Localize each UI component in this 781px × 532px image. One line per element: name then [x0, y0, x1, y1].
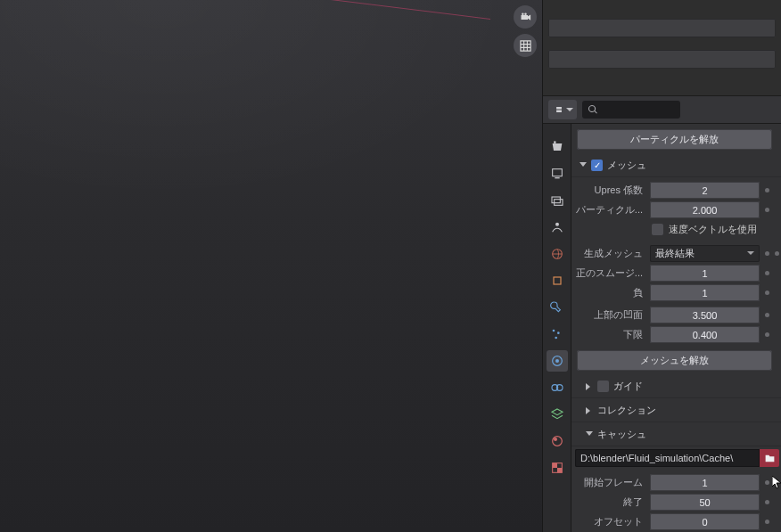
- neg-label: 負: [575, 286, 646, 299]
- tab-texture[interactable]: [547, 457, 568, 479]
- tab-output[interactable]: [547, 163, 568, 184]
- properties-tab-column: [543, 124, 571, 532]
- neg-field[interactable]: 1: [650, 284, 760, 301]
- anim-dot[interactable]: [765, 480, 769, 485]
- start-frame-label: 開始フレーム: [575, 476, 646, 489]
- viewport-horizon-line: [0, 0, 490, 20]
- anim-dot[interactable]: [775, 251, 779, 256]
- svg-point-1: [524, 12, 527, 15]
- tab-scene[interactable]: [547, 217, 568, 238]
- guide-checkbox[interactable]: [597, 381, 609, 392]
- disclosure-open-icon: [580, 162, 587, 169]
- gen-mesh-select[interactable]: 最終結果: [650, 245, 760, 262]
- anim-dot[interactable]: [765, 251, 769, 256]
- anim-dot[interactable]: [765, 500, 769, 504]
- grid-view-button[interactable]: [514, 34, 537, 57]
- svg-rect-20: [552, 463, 556, 468]
- tab-render[interactable]: [547, 136, 568, 158]
- top-concave-field[interactable]: 3.500: [650, 307, 760, 323]
- section-mesh-label: メッシュ: [607, 159, 646, 172]
- pos-smoothing-label: 正のスムージ...: [575, 266, 646, 280]
- velocity-vectors-checkbox[interactable]: [652, 224, 663, 235]
- properties-search-input[interactable]: [582, 101, 680, 119]
- properties-type-select[interactable]: [548, 100, 577, 119]
- disclosure-closed-icon: [586, 407, 593, 414]
- svg-point-12: [555, 337, 557, 340]
- svg-rect-4: [555, 177, 559, 178]
- disclosure-open-icon: [586, 431, 593, 438]
- anim-dot[interactable]: [765, 520, 769, 524]
- velocity-vectors-label: 速度ベクトルを使用: [669, 223, 757, 236]
- camera-view-button[interactable]: [514, 5, 537, 29]
- search-icon: [588, 104, 598, 115]
- chevron-down-icon: [566, 108, 573, 112]
- svg-point-14: [555, 359, 559, 363]
- section-guide-header[interactable]: ガイド: [571, 374, 781, 398]
- tab-world[interactable]: [547, 243, 568, 265]
- free-particles-button[interactable]: パーティクルを解放: [577, 129, 772, 150]
- particle-radius-field[interactable]: 2.000: [650, 201, 760, 218]
- disclosure-closed-icon: [586, 383, 593, 390]
- tab-data[interactable]: [547, 404, 568, 425]
- svg-point-7: [555, 223, 559, 226]
- section-mesh-header[interactable]: メッシュ: [571, 153, 781, 177]
- svg-point-17: [552, 437, 562, 446]
- svg-rect-3: [552, 169, 562, 176]
- section-cache-label: キャッシュ: [597, 428, 646, 441]
- svg-point-2: [554, 141, 556, 143]
- top-properties-area: [543, 0, 781, 95]
- lower-field[interactable]: 0.400: [650, 326, 760, 343]
- 3d-viewport[interactable]: [0, 0, 542, 532]
- lower-label: 下限: [575, 328, 646, 341]
- anim-dot[interactable]: [765, 271, 769, 275]
- tab-modifiers[interactable]: [547, 297, 568, 318]
- cache-path-input[interactable]: D:\blender\Fluid_simulation\Cache\: [575, 449, 760, 467]
- svg-point-18: [554, 438, 557, 441]
- start-frame-field[interactable]: 1: [650, 474, 760, 491]
- svg-rect-5: [552, 197, 560, 203]
- header-field-1[interactable]: [548, 19, 776, 37]
- anim-dot[interactable]: [765, 208, 769, 212]
- anim-dot[interactable]: [765, 291, 769, 295]
- end-frame-field[interactable]: 50: [650, 494, 760, 511]
- svg-point-11: [557, 331, 560, 334]
- offset-label: オフセット: [575, 515, 646, 528]
- tab-physics[interactable]: [547, 350, 568, 372]
- anim-dot[interactable]: [765, 332, 769, 337]
- tab-particles[interactable]: [547, 323, 568, 345]
- tab-object[interactable]: [547, 270, 568, 291]
- tab-material[interactable]: [547, 430, 568, 452]
- mesh-checkbox[interactable]: [591, 160, 603, 171]
- anim-dot[interactable]: [765, 313, 769, 317]
- folder-icon: [764, 453, 776, 464]
- top-concave-label: 上部の凹面: [575, 308, 646, 322]
- svg-rect-9: [554, 277, 561, 284]
- tab-constraint[interactable]: [547, 377, 568, 398]
- section-collection-label: コレクション: [597, 404, 656, 417]
- particle-radius-label: パーティクル...: [575, 203, 646, 217]
- upres-field[interactable]: 2: [650, 182, 760, 199]
- gen-mesh-label: 生成メッシュ: [575, 247, 646, 260]
- tab-view-layer[interactable]: [547, 190, 568, 211]
- section-cache-header[interactable]: キャッシュ: [571, 422, 781, 446]
- upres-label: Upres 係数: [575, 184, 646, 197]
- free-mesh-button[interactable]: メッシュを解放: [577, 350, 772, 371]
- pos-smoothing-field[interactable]: 1: [650, 265, 760, 282]
- chevron-down-icon: [747, 251, 754, 257]
- anim-dot[interactable]: [765, 188, 769, 192]
- svg-rect-21: [557, 468, 562, 472]
- physics-panel: パーティクルを解放 メッシュ Upres 係数 2 パーティクル... 2.00…: [571, 124, 781, 532]
- section-guide-label: ガイド: [613, 380, 643, 393]
- offset-field[interactable]: 0: [650, 513, 760, 530]
- gen-mesh-value: 最終結果: [655, 247, 695, 260]
- end-frame-label: 終了: [575, 495, 646, 509]
- section-collection-header[interactable]: コレクション: [571, 398, 781, 422]
- header-field-2[interactable]: [548, 50, 776, 69]
- cache-browse-button[interactable]: [760, 449, 779, 467]
- svg-rect-6: [554, 200, 562, 206]
- svg-point-10: [552, 330, 555, 332]
- svg-point-0: [522, 12, 524, 15]
